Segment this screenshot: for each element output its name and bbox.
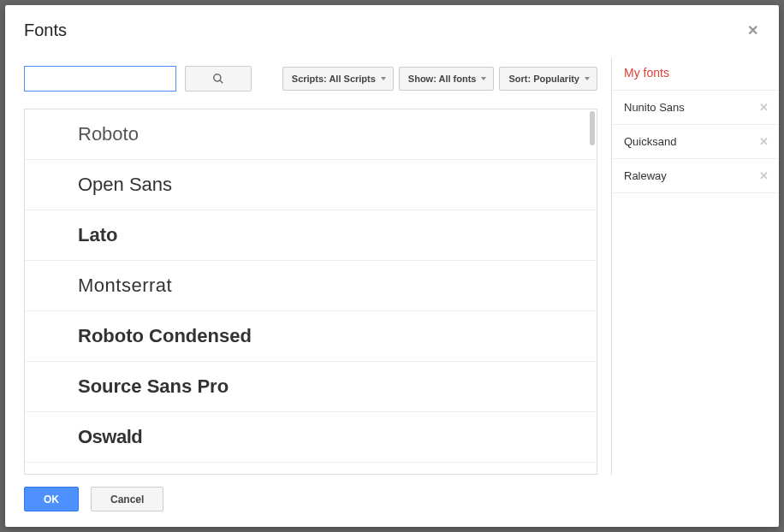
fonts-dialog: Fonts ✕ Scripts: All Scripts xyxy=(5,5,779,527)
my-font-item[interactable]: Nunito Sans✕ xyxy=(612,90,779,124)
dialog-body: Scripts: All Scripts Show: All fonts Sor… xyxy=(5,52,779,475)
font-item[interactable]: Source Sans Pro xyxy=(25,362,597,412)
my-fonts-list: Nunito Sans✕Quicksand✕Raleway✕ xyxy=(612,90,779,193)
search-button[interactable] xyxy=(185,66,252,92)
filter-group: Scripts: All Scripts Show: All fonts Sor… xyxy=(282,67,597,91)
scripts-filter[interactable]: Scripts: All Scripts xyxy=(282,67,394,91)
main-column: Scripts: All Scripts Show: All fonts Sor… xyxy=(24,52,611,475)
my-font-item[interactable]: Quicksand✕ xyxy=(612,124,779,158)
show-filter[interactable]: Show: All fonts xyxy=(399,67,495,91)
font-item[interactable]: Lato xyxy=(25,210,597,261)
sort-filter-label: Sort: Popularity xyxy=(508,74,579,84)
my-fonts-title: My fonts xyxy=(612,57,779,90)
search-input[interactable] xyxy=(24,66,176,92)
my-font-label: Nunito Sans xyxy=(624,101,685,114)
dialog-footer: OK Cancel xyxy=(5,475,779,527)
font-item[interactable]: Oswald xyxy=(25,412,597,463)
remove-font-icon[interactable]: ✕ xyxy=(759,135,769,148)
scripts-filter-label: Scripts: All Scripts xyxy=(292,74,376,84)
cancel-button[interactable]: Cancel xyxy=(91,487,163,511)
ok-button[interactable]: OK xyxy=(24,487,79,511)
dialog-header: Fonts ✕ xyxy=(5,5,779,52)
show-filter-label: Show: All fonts xyxy=(408,74,477,84)
search-icon xyxy=(212,73,224,85)
scrollbar-thumb[interactable] xyxy=(590,111,595,145)
my-font-item[interactable]: Raleway✕ xyxy=(612,158,779,193)
dialog-title: Fonts xyxy=(24,21,67,40)
sort-filter[interactable]: Sort: Popularity xyxy=(499,67,597,91)
font-list[interactable]: RobotoOpen SansLatoMontserratRoboto Cond… xyxy=(25,109,597,474)
toolbar: Scripts: All Scripts Show: All fonts Sor… xyxy=(24,66,597,92)
caret-down-icon xyxy=(381,77,386,80)
my-fonts-panel: My fonts Nunito Sans✕Quicksand✕Raleway✕ xyxy=(611,57,779,475)
svg-line-1 xyxy=(220,80,223,84)
my-font-label: Quicksand xyxy=(624,135,676,148)
remove-font-icon[interactable]: ✕ xyxy=(759,101,769,114)
font-item[interactable]: Roboto Condensed xyxy=(25,311,597,362)
remove-font-icon[interactable]: ✕ xyxy=(759,169,769,182)
font-item[interactable]: Montserrat xyxy=(25,261,597,311)
caret-down-icon xyxy=(585,77,590,80)
font-item[interactable]: Open Sans xyxy=(25,160,597,210)
my-font-label: Raleway xyxy=(624,169,667,182)
caret-down-icon xyxy=(481,77,486,80)
close-button[interactable]: ✕ xyxy=(744,21,762,40)
font-item[interactable]: Roboto xyxy=(25,109,597,160)
svg-point-0 xyxy=(214,74,221,81)
font-list-container: RobotoOpen SansLatoMontserratRoboto Cond… xyxy=(24,109,597,475)
